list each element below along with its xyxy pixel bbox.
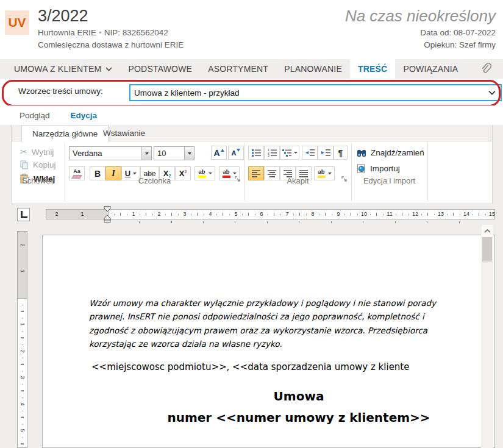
cut-button[interactable]: ✂ Wytnij (20, 147, 54, 157)
grow-font-button[interactable]: A (211, 146, 227, 160)
multilevel-list-button[interactable] (280, 146, 299, 160)
ruler-number: 1 (20, 269, 26, 272)
arrow-down-icon (237, 149, 240, 152)
ribbon-tab-insert[interactable]: Wstawianie (93, 125, 155, 141)
numbered-list-icon: 123 (268, 149, 277, 157)
chevron-down-icon (105, 67, 112, 71)
ruler-number: 7 (285, 211, 288, 217)
copy-button[interactable]: Kopiuj (20, 160, 56, 169)
bullet-list-icon (252, 149, 261, 157)
decrease-indent-button[interactable] (302, 146, 318, 160)
triangle-down-icon (209, 172, 212, 174)
import-button[interactable]: Importuj (357, 164, 400, 173)
horizontal-ruler: 2 1 1 2 3 4 5 6 7 8 9 10 11 12 13 14 15 (46, 209, 495, 219)
increase-indent-button[interactable] (318, 146, 334, 160)
template-select-value: Umowa z klientem - przykład (134, 88, 488, 98)
triangle-down-icon (294, 152, 298, 154)
default-tab-stops (139, 221, 480, 223)
find-replace-button[interactable]: Znajdź/zamień (357, 148, 424, 157)
group-divider (427, 143, 428, 201)
tab-tresc[interactable]: TREŚĆ (350, 59, 395, 79)
tab-asortyment[interactable]: ASORTYMENT (200, 59, 276, 79)
caretaker: Opiekun: Szef firmy (424, 40, 496, 49)
header-subtitle: Hurtownia ERIE•NIP: 8326562042 (38, 28, 168, 37)
ruler-number: 12 (412, 211, 418, 217)
vertical-scrollbar[interactable] (481, 224, 493, 448)
group-title-czcionka: Czcionka (65, 176, 244, 185)
tab-podstawowe[interactable]: PODSTAWOWE (120, 59, 200, 79)
ruler-number: 4 (20, 402, 26, 405)
scissors-icon: ✂ (20, 147, 27, 157)
ruler-number: 15 (489, 211, 495, 217)
numbered-list-button[interactable]: 123 (264, 146, 280, 160)
contract-number-heading: numer <<numer umowy z klientem>> (67, 410, 495, 425)
triangle-down-icon (188, 152, 191, 155)
contract-heading: Umowa (67, 389, 495, 404)
ruler-margin-zone (18, 232, 27, 299)
font-family-value: Verdana (70, 149, 141, 158)
ruler-number: 8 (311, 211, 314, 217)
combo-dropdown-button[interactable] (184, 147, 194, 160)
paperclip-icon (480, 62, 492, 76)
select-chevron-icon (488, 90, 496, 95)
group-title-schowek: Schowek (12, 176, 65, 185)
show-paragraph-marks-button[interactable]: ¶ (334, 146, 348, 160)
arrow-up-icon (221, 149, 224, 152)
group-divider (244, 143, 245, 201)
template-label: Wzorzec treści umowy: (18, 87, 103, 96)
attachments-button[interactable] (480, 59, 492, 79)
ruler-number: 2 (20, 349, 26, 352)
scrollbar-thumb[interactable] (482, 237, 492, 261)
view-subtabs: Podgląd Edycja (0, 105, 503, 125)
ruler-number: 9 (337, 211, 340, 217)
tab-powiazania[interactable]: POWIĄZANIA (395, 59, 466, 79)
document-header: UV 3/2022 Hurtownia ERIE•NIP: 8326562042… (0, 0, 503, 59)
tab-umowa-z-klientem[interactable]: UMOWA Z KLIENTEM (6, 59, 120, 79)
tab-planowanie[interactable]: PLANOWANIE (276, 59, 350, 79)
ruler-number: 5 (20, 428, 26, 432)
ruler-number: 4 (209, 211, 212, 217)
ruler-row: 2 1 1 2 3 4 5 6 7 8 9 10 11 12 13 14 15 (0, 204, 503, 224)
triangle-down-icon (133, 172, 137, 174)
ruler-number: 1 (132, 211, 135, 217)
triangle-down-icon (328, 172, 332, 174)
company-name: Hurtownia ERIE (38, 28, 96, 37)
group-title-edycja-import: Edycja i import (351, 176, 427, 185)
combo-dropdown-button[interactable] (141, 147, 151, 160)
font-size-combo[interactable]: 10 (154, 146, 194, 160)
tab-selector-button[interactable] (17, 208, 30, 221)
scroll-up-button[interactable] (482, 225, 493, 237)
placeholder-line: <<miejscowosc podmiotu>>, <<data sporzad… (91, 361, 495, 372)
subtab-podglad[interactable]: Podgląd (20, 111, 50, 120)
separator-dot: • (99, 28, 102, 37)
ruler-number: 1 (20, 322, 26, 325)
date-from: Data od: 08-07-2022 (420, 28, 496, 37)
tab-stop-l-icon (21, 211, 27, 218)
document-viewport: 2 1 1 2 3 4 5 Wzór umowy ma charakter wy… (0, 224, 503, 448)
ruler-number: 14 (463, 211, 469, 217)
document-page[interactable]: Wzór umowy ma charakter wyłącznie przykł… (42, 235, 495, 448)
font-family-combo[interactable]: Verdana (69, 146, 152, 160)
chevron-up-icon (484, 229, 491, 233)
ruler-number: 1 (80, 211, 84, 217)
template-select[interactable]: Umowa z klientem - przykład (129, 84, 502, 101)
editor-ribbon: Narzędzia główne Wstawianie ✂ Wytnij Kop… (11, 125, 493, 204)
multilevel-list-icon (282, 149, 291, 157)
outdent-icon (305, 149, 315, 157)
ruler-number: 5 (234, 211, 237, 217)
indent-marker[interactable] (104, 206, 111, 222)
bullet-list-button[interactable] (248, 146, 264, 160)
disclaimer-paragraph: Wzór umowy ma charakter wyłącznie przykł… (89, 296, 495, 351)
subtab-edycja[interactable]: Edycja (71, 111, 98, 120)
shrink-font-icon: A (232, 149, 237, 157)
ruler-number: 3 (183, 211, 186, 217)
group-title-akapit: Akapit (244, 176, 351, 185)
dialog-launcher-icon[interactable] (235, 176, 241, 183)
grow-font-icon: A (213, 148, 219, 158)
ruler-number: 10 (361, 211, 367, 217)
indent-icon (321, 149, 330, 157)
shrink-font-button[interactable]: A (228, 146, 244, 160)
dialog-launcher-icon[interactable] (341, 176, 348, 183)
font-size-value: 10 (154, 149, 184, 158)
doc-type-badge: UV (5, 10, 29, 35)
